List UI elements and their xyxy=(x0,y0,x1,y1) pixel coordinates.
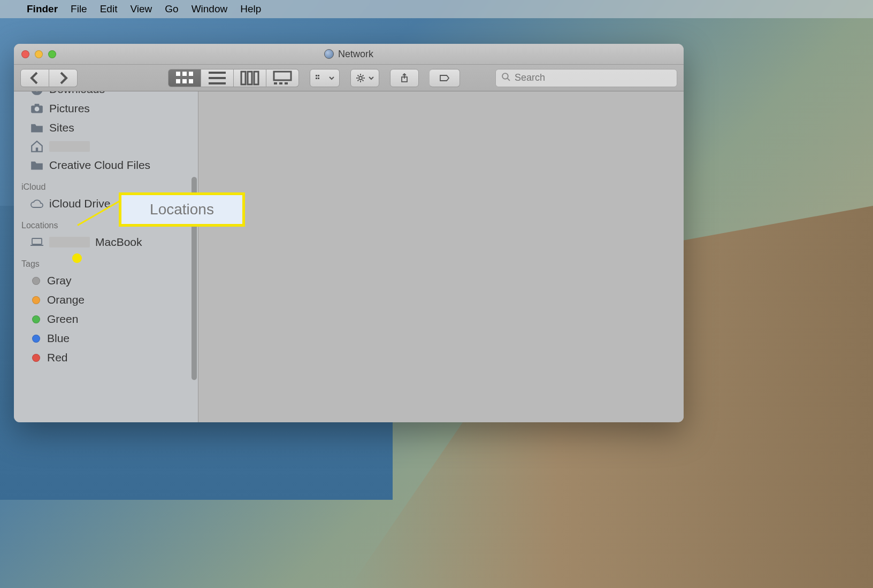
menu-app-name[interactable]: Finder xyxy=(27,3,58,15)
folder-icon xyxy=(30,122,44,134)
sidebar-item-label: Blue xyxy=(47,332,70,345)
svg-point-27 xyxy=(35,107,40,112)
sidebar-item-label: iCloud Drive xyxy=(49,197,110,210)
menu-bar: Finder File Edit View Go Window Help xyxy=(0,0,873,18)
arrange-icon xyxy=(315,74,326,82)
window-controls xyxy=(14,50,56,58)
svg-rect-16 xyxy=(316,75,317,76)
columns-icon xyxy=(239,69,261,87)
view-buttons xyxy=(168,69,299,87)
sidebar-item-label: Orange xyxy=(47,293,85,306)
search-input[interactable] xyxy=(515,72,671,83)
svg-point-20 xyxy=(359,76,362,80)
menu-view[interactable]: View xyxy=(130,3,152,15)
chevron-down-icon xyxy=(368,75,374,81)
annotation-callout: Locations xyxy=(119,192,245,227)
tags-button[interactable] xyxy=(430,69,460,87)
title-bar: Network xyxy=(14,44,684,65)
chevron-down-icon xyxy=(328,75,335,81)
minimize-button[interactable] xyxy=(35,50,43,58)
search-icon xyxy=(501,72,510,84)
sidebar-item-creative-cloud[interactable]: Creative Cloud Files xyxy=(14,156,198,175)
svg-line-24 xyxy=(508,78,510,80)
sidebar-tag-blue[interactable]: Blue xyxy=(14,329,198,348)
svg-rect-30 xyxy=(32,238,42,244)
tag-dot-icon xyxy=(32,277,40,285)
downloads-icon xyxy=(30,91,44,95)
svg-point-23 xyxy=(502,73,508,79)
menu-help[interactable]: Help xyxy=(240,3,261,15)
sidebar-item-label-redacted xyxy=(49,141,90,152)
finder-window: Network xyxy=(14,44,684,422)
search-field[interactable] xyxy=(495,69,677,87)
arrange-button[interactable] xyxy=(310,69,340,87)
sidebar-item-label: Pictures xyxy=(49,102,90,115)
list-view-button[interactable] xyxy=(201,69,234,87)
svg-rect-4 xyxy=(182,79,187,83)
action-group xyxy=(350,69,379,87)
window-title-text: Network xyxy=(338,49,373,60)
sidebar: Downloads Pictures Sites Creative Cloud … xyxy=(14,91,198,422)
window-title: Network xyxy=(324,49,373,60)
menu-window[interactable]: Window xyxy=(192,3,228,15)
tag-dot-icon xyxy=(32,296,40,304)
maximize-button[interactable] xyxy=(48,50,56,58)
chevron-left-icon xyxy=(26,69,43,87)
sidebar-item-pictures[interactable]: Pictures xyxy=(14,99,198,118)
home-icon xyxy=(30,141,44,152)
menu-edit[interactable]: Edit xyxy=(100,3,118,15)
network-globe-icon xyxy=(324,49,334,59)
nav-buttons xyxy=(20,69,78,87)
sidebar-item-label: Creative Cloud Files xyxy=(49,159,150,172)
gallery-view-button[interactable] xyxy=(266,69,299,87)
tag-dot-icon xyxy=(32,335,40,343)
sidebar-item-label: MacBook xyxy=(95,236,142,249)
svg-rect-29 xyxy=(36,148,38,152)
toolbar xyxy=(14,65,684,91)
icon-view-button[interactable] xyxy=(168,69,201,87)
sidebar-tag-gray[interactable]: Gray xyxy=(14,271,198,290)
sidebar-item-sites[interactable]: Sites xyxy=(14,118,198,137)
sidebar-item-downloads[interactable]: Downloads xyxy=(14,91,198,99)
sidebar-item-label: Sites xyxy=(49,121,74,134)
gear-icon xyxy=(355,73,366,83)
sidebar-item-label: Red xyxy=(47,351,68,364)
menu-go[interactable]: Go xyxy=(165,3,178,15)
svg-rect-18 xyxy=(316,78,317,79)
svg-rect-12 xyxy=(274,72,291,80)
svg-rect-11 xyxy=(254,72,258,84)
action-button[interactable] xyxy=(350,69,379,87)
svg-rect-17 xyxy=(318,75,319,76)
forward-button[interactable] xyxy=(49,69,78,87)
sidebar-tag-orange[interactable]: Orange xyxy=(14,290,198,310)
window-body: Downloads Pictures Sites Creative Cloud … xyxy=(14,91,684,422)
sidebar-item-label: Green xyxy=(47,313,78,326)
sidebar-tag-red[interactable]: Red xyxy=(14,348,198,367)
sidebar-tag-green[interactable]: Green xyxy=(14,310,198,329)
sidebar-section-tags: Tags xyxy=(14,252,198,271)
camera-icon xyxy=(30,103,44,114)
tag-icon xyxy=(439,74,450,82)
svg-rect-13 xyxy=(274,82,277,84)
svg-rect-10 xyxy=(248,72,252,84)
back-button[interactable] xyxy=(20,69,49,87)
sidebar-item-home[interactable] xyxy=(14,137,198,156)
svg-rect-3 xyxy=(176,79,180,83)
svg-rect-19 xyxy=(318,78,319,79)
sidebar-item-macbook[interactable]: MacBook xyxy=(14,233,198,252)
content-area xyxy=(198,91,684,422)
svg-rect-2 xyxy=(189,72,193,76)
annotation-dot xyxy=(72,253,82,263)
list-icon xyxy=(206,69,228,87)
tag-dot-icon xyxy=(32,315,40,323)
svg-rect-5 xyxy=(189,79,193,83)
cloud-icon xyxy=(30,198,44,210)
svg-rect-14 xyxy=(279,82,282,84)
folder-icon xyxy=(30,159,44,171)
column-view-button[interactable] xyxy=(234,69,266,87)
sidebar-item-label: Gray xyxy=(47,274,72,287)
menu-file[interactable]: File xyxy=(71,3,87,15)
share-button[interactable] xyxy=(390,69,419,87)
close-button[interactable] xyxy=(21,50,29,58)
laptop-icon xyxy=(30,236,44,248)
